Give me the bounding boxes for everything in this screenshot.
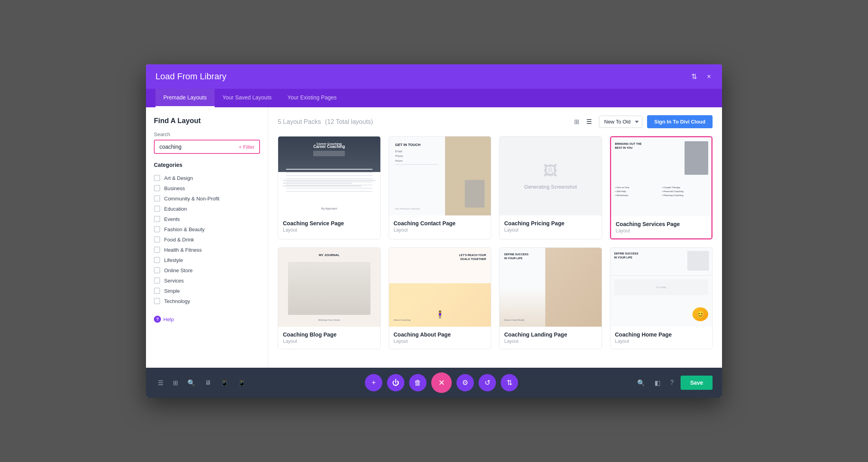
card-name-coaching-blog: Coaching Blog Page xyxy=(283,331,376,338)
tab-bar: Premade Layouts Your Saved Layouts Your … xyxy=(146,89,722,107)
category-health[interactable]: Health & Fitness xyxy=(154,245,260,255)
search-label: Search xyxy=(154,131,260,137)
layout-card-coaching-landing[interactable]: DEFINE SUCCESS IN YOUR LIFE About Cindy … xyxy=(499,247,602,349)
sidebar: Find A Layout Search + Filter Categories… xyxy=(146,107,268,368)
category-lifestyle[interactable]: Lifestyle xyxy=(154,255,260,265)
category-events[interactable]: Events xyxy=(154,214,260,224)
filter-button[interactable]: + Filter xyxy=(239,144,254,150)
delete-button[interactable]: 🗑 xyxy=(409,374,427,391)
card-preview-coaching-landing: DEFINE SUCCESS IN YOUR LIFE About Cindy … xyxy=(499,248,602,327)
card-info-coaching-home: Coaching Home Page Layout xyxy=(610,327,713,349)
modal-title: Load From Library xyxy=(155,71,226,82)
category-education[interactable]: Education xyxy=(154,204,260,214)
card-preview-coaching-services-2: BRINGING OUT THE BEST IN YOU • One on On… xyxy=(611,137,712,216)
category-online-store[interactable]: Online Store xyxy=(154,265,260,275)
search-toolbar-icon-button[interactable]: 🔍 xyxy=(185,377,198,389)
category-checkbox-events[interactable] xyxy=(154,216,160,222)
category-checkbox-lifestyle[interactable] xyxy=(154,257,160,263)
toolbar-left: ☰ ⊞ 🔍 🖥 📱 📱 xyxy=(155,377,248,389)
category-checkbox-community[interactable] xyxy=(154,195,160,202)
save-button[interactable]: Save xyxy=(681,376,713,390)
category-food[interactable]: Food & Drink xyxy=(154,234,260,245)
close-fab-button[interactable]: ✕ xyxy=(431,372,452,393)
category-checkbox-services[interactable] xyxy=(154,277,160,284)
category-fashion[interactable]: Fashion & Beauty xyxy=(154,224,260,234)
category-business[interactable]: Business xyxy=(154,183,260,193)
layout-card-coaching-contact[interactable]: GET IN TOUCH Email Phone Hours Divi Pers… xyxy=(389,136,492,239)
card-preview-coaching-pricing: 🖼 Generating Screenshot xyxy=(499,137,602,215)
layout-card-coaching-about[interactable]: LET'S REACH YOUR GOALS TOGETHER 🧍‍♀️ Abo… xyxy=(389,247,492,349)
search-box: + Filter xyxy=(154,140,260,154)
category-checkbox-simple[interactable] xyxy=(154,288,160,294)
search-right-icon-button[interactable]: 🔍 xyxy=(635,377,647,389)
card-preview-coaching-service: Career Coaching My Approach xyxy=(278,137,380,215)
category-checkbox-education[interactable] xyxy=(154,206,160,212)
card-info-coaching-services-2: Coaching Services Page Layout xyxy=(611,216,712,238)
category-label-art: Art & Design xyxy=(164,175,193,181)
sign-in-divi-cloud-button[interactable]: Sign In To Divi Cloud xyxy=(647,115,713,128)
card-info-coaching-about: Coaching About Page Layout xyxy=(389,327,491,349)
category-label-services: Services xyxy=(164,278,184,284)
modal-header: Load From Library ⇅ × xyxy=(146,64,722,89)
tablet-icon-button[interactable]: 📱 xyxy=(218,377,231,389)
phone-icon-button[interactable]: 📱 xyxy=(236,377,248,389)
help-toolbar-icon-button[interactable]: ? xyxy=(668,377,676,389)
category-checkbox-store[interactable] xyxy=(154,267,160,273)
layout-card-coaching-services-2[interactable]: BRINGING OUT THE BEST IN YOU • One on On… xyxy=(610,136,713,239)
card-type-coaching-about: Layout xyxy=(394,339,486,344)
modal-header-actions: ⇅ × xyxy=(690,71,713,82)
grid-view-button[interactable]: ⊞ xyxy=(572,116,582,127)
search-input[interactable] xyxy=(159,144,239,150)
card-info-coaching-landing: Coaching Landing Page Layout xyxy=(499,327,602,349)
sort-dropdown[interactable]: New To Old Old To New A to Z Z to A xyxy=(599,116,642,128)
card-preview-coaching-home: DEFINE SUCCESS IN YOUR LIFE I'm Cindy 😊 xyxy=(610,248,713,327)
close-button[interactable]: × xyxy=(705,71,713,82)
modal-container: Load From Library ⇅ × Premade Layouts Yo… xyxy=(146,64,722,398)
menu-icon-button[interactable]: ☰ xyxy=(155,377,166,389)
layers-icon-button[interactable]: ◧ xyxy=(652,377,663,389)
total-layouts: (12 Total layouts) xyxy=(325,118,373,125)
gallery-controls: ⊞ ☰ New To Old Old To New A to Z Z to A … xyxy=(572,115,713,128)
settings-button[interactable]: ⚙ xyxy=(456,374,474,391)
add-button[interactable]: + xyxy=(365,374,382,391)
category-checkbox-art[interactable] xyxy=(154,175,160,181)
bottom-toolbar: ☰ ⊞ 🔍 🖥 📱 📱 + ⏻ 🗑 ✕ ⚙ ↺ ⇅ 🔍 ◧ ? Save xyxy=(146,368,722,398)
sidebar-title: Find A Layout xyxy=(154,117,260,125)
sort-toolbar-button[interactable]: ⇅ xyxy=(501,374,518,391)
category-label-community: Community & Non-Profit xyxy=(164,196,219,202)
tab-premade-layouts[interactable]: Premade Layouts xyxy=(155,89,215,107)
category-label-fashion: Fashion & Beauty xyxy=(164,226,205,232)
category-checkbox-technology[interactable] xyxy=(154,298,160,304)
category-label-lifestyle: Lifestyle xyxy=(164,257,183,263)
card-type-coaching-services-2: Layout xyxy=(616,228,707,234)
category-checkbox-fashion[interactable] xyxy=(154,226,160,232)
layout-card-coaching-service[interactable]: Career Coaching My Approach Coaching Ser… xyxy=(278,136,381,239)
category-services[interactable]: Services xyxy=(154,275,260,286)
toolbar-right: 🔍 ◧ ? Save xyxy=(635,376,713,390)
layout-card-coaching-home[interactable]: DEFINE SUCCESS IN YOUR LIFE I'm Cindy 😊 … xyxy=(610,247,713,349)
monitor-icon-button[interactable]: 🖥 xyxy=(202,377,213,389)
gallery-header: 5 Layout Packs (12 Total layouts) ⊞ ☰ Ne… xyxy=(278,115,713,128)
category-checkbox-food[interactable] xyxy=(154,236,160,243)
category-label-simple: Simple xyxy=(164,288,180,294)
tab-existing-pages[interactable]: Your Existing Pages xyxy=(280,89,345,107)
card-type-coaching-home: Layout xyxy=(615,339,708,344)
category-simple[interactable]: Simple xyxy=(154,286,260,296)
help-link[interactable]: ? Help xyxy=(154,316,260,323)
category-art-design[interactable]: Art & Design xyxy=(154,173,260,183)
category-community[interactable]: Community & Non-Profit xyxy=(154,193,260,204)
power-button[interactable]: ⏻ xyxy=(387,374,404,391)
card-type-coaching-contact: Layout xyxy=(394,227,486,233)
category-checkbox-business[interactable] xyxy=(154,185,160,191)
layout-card-coaching-blog[interactable]: MY JOURNAL Working From Home Coaching Bl… xyxy=(278,247,381,349)
grid-icon-button[interactable]: ⊞ xyxy=(170,377,180,389)
sort-icon-button[interactable]: ⇅ xyxy=(690,71,699,82)
layout-card-coaching-pricing[interactable]: 🖼 Generating Screenshot Coaching Pricing… xyxy=(499,136,602,239)
list-view-button[interactable]: ☰ xyxy=(584,116,594,127)
tab-saved-layouts[interactable]: Your Saved Layouts xyxy=(215,89,280,107)
card-name-coaching-services-2: Coaching Services Page xyxy=(616,221,707,227)
help-label: Help xyxy=(163,316,174,322)
category-checkbox-health[interactable] xyxy=(154,247,160,253)
category-technology[interactable]: Technology xyxy=(154,296,260,306)
history-button[interactable]: ↺ xyxy=(479,374,496,391)
